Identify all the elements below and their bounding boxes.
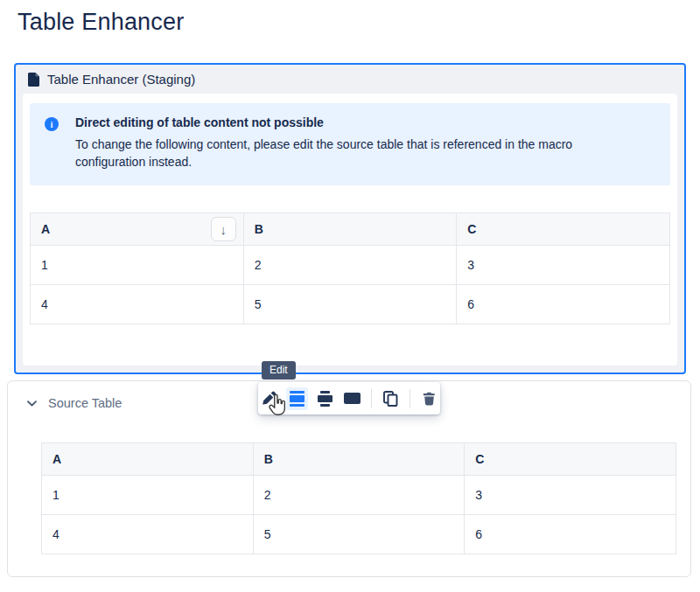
- staging-panel-body: i Direct editing of table content not po…: [23, 94, 677, 366]
- wide-layout-icon: [318, 391, 332, 407]
- info-title: Direct editing of table content not poss…: [75, 115, 653, 129]
- source-table: A B C 1 2 3 4 5 6: [41, 442, 676, 554]
- column-label: C: [475, 452, 484, 466]
- table-cell: 3: [465, 476, 676, 515]
- align-center-icon: [290, 391, 304, 407]
- column-label: C: [467, 222, 476, 236]
- table-cell: 2: [243, 246, 457, 285]
- table-cell: 4: [31, 285, 244, 324]
- delete-button[interactable]: [418, 387, 440, 410]
- staging-macro-panel[interactable]: Table Enhancer (Staging) i Direct editin…: [14, 63, 686, 374]
- column-label: A: [41, 222, 50, 236]
- full-width-button[interactable]: [342, 387, 364, 410]
- column-label: B: [255, 222, 263, 236]
- source-section-header[interactable]: Source Table: [8, 381, 200, 410]
- copy-button[interactable]: [380, 387, 402, 410]
- trash-icon: [423, 392, 436, 406]
- table-cell: 2: [253, 476, 465, 515]
- arrow-down-icon: ↓: [220, 223, 227, 236]
- table-cell: 3: [457, 246, 670, 285]
- page-title: Table Enhancer: [18, 9, 184, 36]
- table-row: 1 2 3: [31, 246, 670, 285]
- staging-column-header-a: A ↓: [31, 213, 244, 246]
- info-message: i Direct editing of table content not po…: [30, 103, 670, 185]
- page: Table Enhancer Table Enhancer (Staging) …: [0, 0, 700, 592]
- table-cell: 4: [42, 515, 254, 554]
- source-column-header-c: C: [465, 443, 676, 476]
- chevron-down-icon: [27, 400, 37, 407]
- column-label: A: [52, 452, 61, 466]
- source-column-header-a: A: [42, 443, 254, 476]
- staging-column-header-b: B: [243, 213, 457, 246]
- copy-icon: [383, 391, 398, 407]
- document-icon: [28, 73, 39, 87]
- sort-button[interactable]: ↓: [211, 217, 236, 241]
- source-column-header-b: B: [253, 443, 465, 476]
- table-row: 4 5 6: [31, 285, 670, 324]
- staging-panel-title: Table Enhancer (Staging): [47, 72, 195, 87]
- staging-panel-header: Table Enhancer (Staging): [16, 65, 684, 94]
- source-section-title: Source Table: [48, 396, 122, 410]
- edit-tooltip: Edit: [262, 361, 296, 380]
- column-label: B: [264, 452, 273, 466]
- table-cell: 6: [457, 285, 670, 324]
- table-cell: 1: [42, 476, 254, 515]
- align-center-button[interactable]: [286, 387, 308, 410]
- table-cell: 5: [253, 515, 465, 554]
- table-cell: 6: [465, 515, 676, 554]
- full-width-layout-icon: [344, 393, 360, 404]
- source-table-header-row: A B C: [42, 443, 676, 476]
- table-row: 4 5 6: [42, 515, 676, 554]
- table-cell: 5: [243, 285, 457, 324]
- staging-table-header-row: A ↓ B C: [31, 213, 670, 246]
- info-icon: i: [45, 117, 59, 131]
- table-cell: 1: [31, 246, 244, 285]
- toolbar-divider: [410, 389, 410, 408]
- info-body: To change the following content, please …: [75, 136, 646, 171]
- wide-layout-button[interactable]: [314, 387, 336, 410]
- staging-column-header-c: C: [457, 213, 670, 246]
- table-row: 1 2 3: [42, 476, 676, 515]
- toolbar-divider: [371, 389, 372, 408]
- staging-table: A ↓ B C 1 2 3: [30, 212, 670, 324]
- cursor-pointer-icon: [268, 394, 287, 417]
